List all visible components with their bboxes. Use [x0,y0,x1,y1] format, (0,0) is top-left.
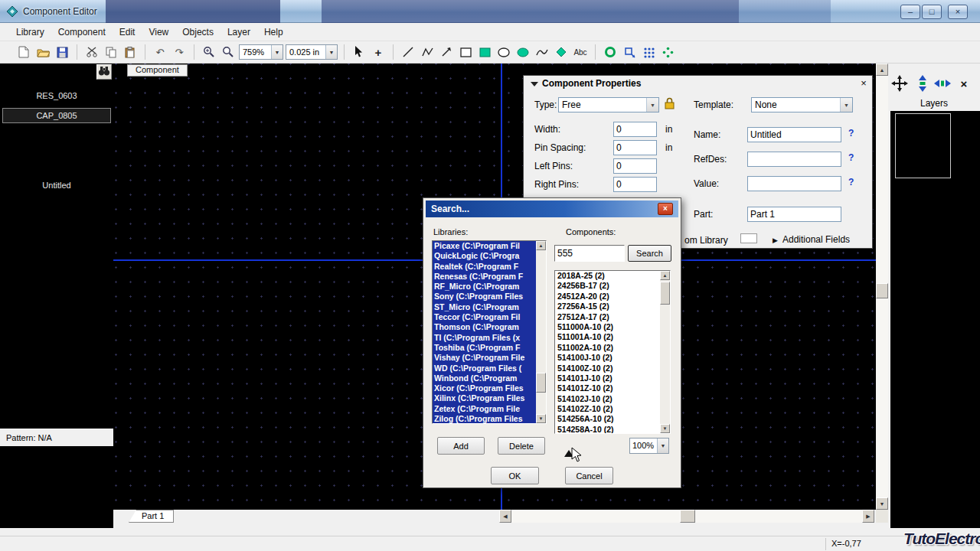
polyline-tool[interactable] [419,44,436,60]
copy-button[interactable] [103,44,119,60]
value-help-icon[interactable]: ? [848,177,854,187]
chevron-down-icon[interactable]: ▼ [271,45,283,59]
menu-layer[interactable]: Layer [220,24,257,40]
component-list-item[interactable]: RES_0603 [2,88,111,103]
component-result-item[interactable]: 514256A-10 (2) [555,414,660,424]
library-list-item[interactable]: RF_Micro (C:\Program [433,282,536,292]
horizontal-scrollbar[interactable]: ◀ ▶ [499,510,874,523]
find-component-button[interactable] [96,64,112,80]
scrollbar-thumb[interactable] [536,373,546,393]
scroll-left-icon[interactable]: ◀ [499,510,511,523]
layers-panel[interactable] [890,111,980,528]
library-list-item[interactable]: WD (C:\Program Files ( [433,364,536,373]
place-origin-tool[interactable]: + [370,44,387,60]
ok-button[interactable]: OK [491,467,539,484]
components-listbox[interactable]: 2018A-25 (2)24256B-17 (2)24512A-20 (2)27… [554,270,671,434]
component-result-item[interactable]: 511001A-10 (2) [555,332,660,342]
open-button[interactable] [34,44,51,60]
search-close-button[interactable]: × [658,203,673,215]
menu-help[interactable]: Help [257,24,290,40]
polygon-tool[interactable] [553,44,570,60]
text-tool[interactable]: Abc [572,44,589,60]
pad-tool[interactable] [602,44,619,60]
collapse-icon[interactable] [531,82,538,86]
scroll-up-icon[interactable]: ▲ [660,271,670,280]
component-result-item[interactable]: 514100J-10 (2) [555,353,660,363]
component-result-item[interactable]: 514101Z-10 (2) [555,383,660,393]
add-button[interactable]: Add [437,437,485,455]
pin-array-tool[interactable] [640,44,657,60]
chevron-down-icon[interactable]: ▼ [657,439,668,453]
scroll-up-icon[interactable]: ▲ [876,64,888,76]
zoom-in-button[interactable] [201,44,217,60]
arc-tool[interactable] [534,44,550,60]
component-result-item[interactable]: 514102J-10 (2) [555,394,660,404]
grid-step-select[interactable]: 0.025 in ▼ [286,44,338,60]
scroll-down-icon[interactable]: ▼ [660,424,670,433]
rectangle-tool[interactable] [457,44,474,60]
type-select[interactable]: Free ▼ [558,97,659,112]
menu-edit[interactable]: Edit [113,24,142,40]
expand-right-icon[interactable]: ▶ [773,236,778,244]
menu-view[interactable]: View [142,24,175,40]
chevron-down-icon[interactable]: ▼ [840,98,852,112]
save-button[interactable] [54,44,70,60]
ellipse-tool[interactable] [495,44,512,60]
pin-matrix-tool[interactable] [659,44,676,60]
scroll-down-icon[interactable]: ▼ [876,497,888,510]
component-result-item[interactable]: 514100Z-10 (2) [555,364,660,373]
close-icon[interactable]: × [858,77,870,90]
paste-button[interactable] [122,44,139,60]
template-select[interactable]: None ▼ [751,97,853,112]
new-button[interactable] [15,44,32,60]
scroll-up-icon[interactable]: ▲ [536,241,546,250]
delete-button[interactable]: Delete [498,437,545,455]
library-list-item[interactable]: Sony (C:\Program Files [433,292,536,302]
component-result-item[interactable]: 27512A-17 (2) [555,312,660,322]
maximize-button[interactable]: □ [922,5,942,19]
flip-horizontal-icon[interactable] [933,73,952,94]
zoom-window-button[interactable] [220,44,237,60]
arrow-tool[interactable] [438,44,455,60]
close-button[interactable]: × [948,5,968,19]
zoom-level-select[interactable]: 759% ▼ [239,44,283,60]
library-list-item[interactable]: Xilinx (C:\Program Files [433,393,536,403]
component-result-item[interactable]: 511000A-10 (2) [555,322,660,332]
filled-rectangle-tool[interactable] [476,44,493,60]
undo-button[interactable]: ↶ [152,44,168,60]
component-result-item[interactable]: 511002A-10 (2) [555,343,660,353]
line-tool[interactable] [400,44,416,60]
chevron-down-icon[interactable]: ▼ [325,45,337,59]
component-result-item[interactable]: 514101J-10 (2) [555,373,660,383]
refdes-help-icon[interactable]: ? [848,152,854,163]
scrollbar-thumb[interactable] [660,282,670,305]
component-list-item[interactable]: CAP_0805 [2,108,111,123]
titlebar[interactable]: Component Editor – □ × [0,0,980,23]
scroll-right-icon[interactable]: ▶ [862,510,874,523]
cut-button[interactable] [83,44,100,60]
redo-button[interactable]: ↷ [171,44,188,60]
right-pins-field[interactable] [613,177,657,192]
library-list-item[interactable]: Thomson (C:\Program [433,322,536,332]
library-list-item[interactable]: Vishay (C:\Program File [433,353,536,363]
library-list-item[interactable]: Zilog (C:\Program Files [433,414,536,424]
library-list-item[interactable]: Teccor (C:\Program Fil [433,312,536,322]
library-list-item[interactable]: QuickLogic (C:\Progra [433,251,536,261]
name-field[interactable] [747,127,841,142]
component-result-item[interactable]: 24512A-20 (2) [555,292,660,302]
preview-zoom-select[interactable]: 100% ▼ [629,438,669,454]
additional-fields-label[interactable]: Additional Fields [782,234,850,245]
menu-objects[interactable]: Objects [175,24,220,40]
library-list-item[interactable]: ST_Micro (C:\Program [433,302,536,312]
search-button[interactable]: Search [628,245,671,262]
flip-vertical-icon[interactable] [913,73,933,94]
menu-component[interactable]: Component [51,24,113,40]
menu-library[interactable]: Library [9,24,51,40]
search-input[interactable] [554,245,625,262]
place-part-tool[interactable] [621,44,638,60]
library-list-item[interactable]: Winbond (C:\Program [433,373,536,383]
library-list-item[interactable]: Xicor (C:\Program Files [433,383,536,393]
component-result-item[interactable]: 2018A-25 (2) [555,271,660,281]
library-list-item[interactable]: Renesas (C:\Program F [433,272,536,282]
component-result-item[interactable]: 514102Z-10 (2) [555,404,660,414]
